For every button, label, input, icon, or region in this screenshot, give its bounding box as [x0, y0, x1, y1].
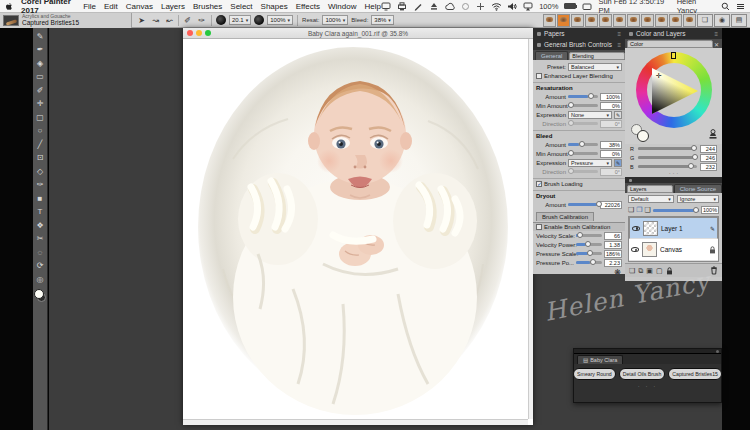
- hand-tool[interactable]: ◌: [34, 246, 47, 258]
- pressure-scale-value[interactable]: 186%: [604, 250, 622, 258]
- enable-calibration-checkbox[interactable]: [536, 224, 542, 230]
- line-tool[interactable]: ╱: [34, 138, 47, 150]
- layer-row-layer1[interactable]: Layer 1 ✎: [629, 217, 718, 239]
- color-layers-menu-icon[interactable]: ≡: [714, 31, 718, 37]
- velocity-scale-slider[interactable]: [576, 234, 602, 237]
- layer-visibility-icon[interactable]: [631, 247, 639, 252]
- brush-calibration-tab[interactable]: Brush Calibration: [536, 212, 594, 221]
- document-titlebar[interactable]: Baby Clara again_001.rif @ 35.8%: [183, 28, 533, 39]
- shape-edit-tool[interactable]: ❖: [34, 219, 47, 231]
- palette-tab-baby-clara[interactable]: ▤ Baby Clara: [577, 355, 623, 364]
- menu-shapes[interactable]: Shapes: [261, 2, 288, 11]
- tab-general[interactable]: General: [535, 51, 568, 60]
- bleed-min-slider[interactable]: [568, 152, 598, 155]
- velocity-power-value[interactable]: 1.38: [604, 241, 622, 249]
- menu-layers[interactable]: Layers: [161, 2, 185, 11]
- layer-blend-mode-dropdown[interactable]: Default▾: [628, 195, 674, 203]
- airplay-menu-icon[interactable]: [523, 2, 533, 11]
- canvas-horizontal-scrollbar[interactable]: [183, 419, 528, 425]
- sync-menu-icon[interactable]: [461, 2, 470, 11]
- layer-row-canvas[interactable]: Canvas: [629, 239, 718, 261]
- cloud-menu-icon[interactable]: [445, 2, 455, 11]
- scissors-tool[interactable]: ✂: [34, 233, 47, 245]
- recent-brush-thumb[interactable]: [599, 14, 612, 27]
- menu-brushes[interactable]: Brushes: [193, 2, 222, 11]
- recent-brush-thumb[interactable]: [655, 14, 668, 27]
- lock-layer-button[interactable]: [666, 267, 673, 275]
- plus-menu-icon[interactable]: [476, 2, 485, 11]
- recent-brush-thumb[interactable]: [613, 14, 626, 27]
- stroke-attribute-icon[interactable]: ➤: [136, 16, 147, 25]
- resat-dropdown[interactable]: 100%▾: [322, 15, 348, 25]
- magnifier-tool[interactable]: ◎: [34, 273, 47, 285]
- rotate-page-tool[interactable]: ⟳: [34, 260, 47, 272]
- layer-composite-depth-dropdown[interactable]: Ignore▾: [677, 195, 719, 203]
- palette-more-dots[interactable]: · · ·: [574, 383, 721, 389]
- notification-center-icon[interactable]: [736, 2, 745, 11]
- pen-menu-icon[interactable]: [413, 2, 423, 11]
- transform-tool[interactable]: ✛: [34, 98, 47, 110]
- new-group-button[interactable]: ⧉: [638, 267, 643, 275]
- menu-window[interactable]: Window: [328, 2, 356, 11]
- text-tool[interactable]: T: [34, 206, 47, 218]
- menu-help[interactable]: Help: [364, 2, 380, 11]
- recent-brush-thumb[interactable]: [641, 14, 654, 27]
- brush-controls-panel-header[interactable]: General Brush Controls ≡: [533, 39, 625, 50]
- crop-tool[interactable]: ⊡: [34, 152, 47, 164]
- bleed-amount-value[interactable]: 38%: [600, 141, 622, 149]
- brush-size-dropdown[interactable]: 20.1▾: [229, 15, 251, 25]
- rect-select-tool[interactable]: ▢: [34, 111, 47, 123]
- shape-select-tool[interactable]: ◇: [34, 165, 47, 177]
- rect-shape-tool[interactable]: ■: [34, 192, 47, 204]
- bleed-dropdown[interactable]: 38%▾: [371, 15, 394, 25]
- eject-menu-icon[interactable]: [429, 2, 439, 11]
- resat-min-value[interactable]: 0%: [600, 102, 622, 110]
- papers-panel-header[interactable]: Papers ≡: [533, 28, 625, 39]
- calibration-settings-icon[interactable]: ❋: [614, 268, 621, 274]
- brush-loading-checkbox[interactable]: ✓: [536, 181, 542, 187]
- layer-link-icon[interactable]: ❑: [645, 206, 651, 214]
- camera-button[interactable]: ◉: [714, 14, 730, 27]
- recent-brush-thumb[interactable]: [585, 14, 598, 27]
- color-panel-close-icon[interactable]: ✕: [714, 41, 722, 48]
- blue-value[interactable]: 232: [700, 163, 717, 171]
- pen-tool[interactable]: ✑: [34, 179, 47, 191]
- spotlight-search-icon[interactable]: [721, 2, 730, 11]
- recent-brush-thumb-active[interactable]: [557, 14, 570, 27]
- clone-color-icon[interactable]: ✑: [196, 16, 207, 25]
- layer-opacity-value[interactable]: 100%: [701, 206, 719, 214]
- main-color-swatch[interactable]: [637, 130, 649, 142]
- recent-brush-thumb[interactable]: [571, 14, 584, 27]
- layer-visibility-icon[interactable]: [632, 226, 640, 231]
- tab-clone-source[interactable]: Clone Source: [674, 184, 722, 193]
- pressure-power-slider[interactable]: [576, 261, 602, 264]
- green-slider[interactable]: [638, 156, 697, 159]
- tab-layers[interactable]: Layers: [627, 185, 673, 193]
- dropper-tool[interactable]: ✒: [34, 44, 47, 56]
- brush-button-captured-bristles[interactable]: Captured Bristles15: [668, 368, 722, 380]
- printer-menu-icon[interactable]: [397, 2, 407, 11]
- color-layers-panel-header[interactable]: Color and Layers ≡: [625, 28, 722, 39]
- resat-min-slider[interactable]: [568, 104, 598, 107]
- green-value[interactable]: 246: [700, 154, 717, 162]
- color-wells[interactable]: [34, 289, 47, 303]
- wifi-menu-icon[interactable]: [491, 2, 501, 11]
- eraser-tool[interactable]: ▭: [34, 71, 47, 83]
- pressure-power-value[interactable]: 2.23: [604, 259, 622, 267]
- lasso-tool[interactable]: ○: [34, 125, 47, 137]
- brush-button-detail-oils[interactable]: Detail Oils Brush: [619, 368, 666, 380]
- new-layer-button[interactable]: ❏: [629, 267, 635, 275]
- tab-blending[interactable]: Blending: [569, 52, 625, 60]
- magic-wand-tool[interactable]: ✐: [34, 84, 47, 96]
- align-stroke-icon[interactable]: ✐: [182, 16, 193, 25]
- bleed-expression-dropdown[interactable]: Pressure▾: [568, 159, 612, 167]
- blue-slider[interactable]: [638, 165, 697, 168]
- recent-brush-thumb[interactable]: [543, 14, 556, 27]
- brush-selector[interactable]: Acrylics and Gouache Captured Bristles15: [0, 13, 132, 28]
- clone-color-stamp-icon[interactable]: [708, 129, 718, 140]
- resat-amount-value[interactable]: 100%: [600, 93, 622, 101]
- brush-controls-menu-icon[interactable]: ≡: [617, 42, 621, 48]
- papers-panel-menu-icon[interactable]: ≡: [617, 31, 621, 37]
- apple-menu-icon[interactable]: [5, 2, 13, 11]
- bleed-amount-slider[interactable]: [568, 143, 598, 146]
